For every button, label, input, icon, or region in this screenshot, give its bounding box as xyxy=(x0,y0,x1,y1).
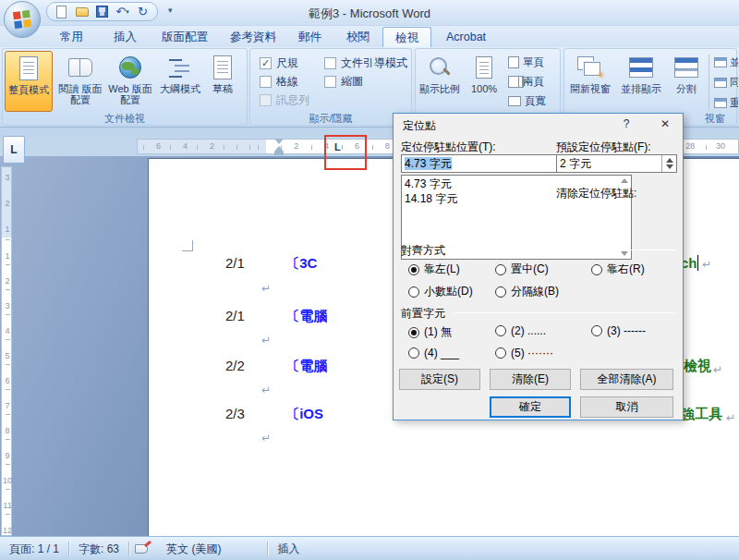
reset-window-position-label: 重設視窗位置 xyxy=(730,96,738,110)
cancel-button[interactable]: 取消 xyxy=(580,396,673,418)
split-button[interactable]: 分割 xyxy=(668,51,705,112)
document-line-2[interactable]: 2/1 〔電腦 xyxy=(225,308,327,325)
tab-review[interactable]: 校閱 xyxy=(334,27,382,47)
vertical-ruler-number: 10 xyxy=(2,476,13,485)
vertical-ruler[interactable]: 321 123456789101112 xyxy=(0,166,13,536)
vertical-ruler-tick xyxy=(6,264,10,265)
checkbox-gridlines[interactable]: 格線 xyxy=(260,74,298,90)
tab-mailings[interactable]: 郵件 xyxy=(286,27,333,47)
help-icon[interactable]: ? xyxy=(618,117,635,132)
vertical-ruler-tick xyxy=(6,339,10,340)
one-page-button[interactable]: 單頁 xyxy=(508,54,544,71)
document-line-4[interactable]: 2/3 〔iOS xyxy=(225,406,323,423)
checkbox-ruler[interactable]: ✓ 尺規 xyxy=(260,55,298,71)
radio-leader-dashes[interactable]: (3) ------ xyxy=(591,324,646,337)
default-tab-stops-spinner[interactable]: 2 字元 xyxy=(556,154,677,173)
checkbox-document-map-label: 文件引導模式 xyxy=(341,55,407,71)
spinner-buttons xyxy=(661,155,676,172)
document-line-3[interactable]: 2/2 〔電腦 xyxy=(225,358,327,375)
checkbox-thumbnails[interactable]: 縮圖 xyxy=(324,74,363,90)
left-indent-marker[interactable] xyxy=(274,152,284,155)
split-label: 分割 xyxy=(676,83,697,94)
page-indicator[interactable]: 頁面: 1 / 1 xyxy=(0,541,68,557)
reset-window-position-icon xyxy=(714,98,727,108)
radio-align-left[interactable]: 靠左(L) xyxy=(408,262,460,277)
dialog-title: 定位點 xyxy=(403,118,436,134)
draft-view-button[interactable]: 草稿 xyxy=(199,51,247,112)
radio-leader-none[interactable]: (1) 無 xyxy=(408,324,452,340)
web-layout-button[interactable]: Web 版面配置 xyxy=(106,51,154,112)
clear-button[interactable]: 清除(E) xyxy=(490,369,571,390)
radio-align-center[interactable]: 置中(C) xyxy=(495,262,549,277)
vertical-ruler-tick xyxy=(6,364,10,365)
ok-button[interactable]: 確定 xyxy=(490,396,571,418)
tab-acrobat[interactable]: Acrobat xyxy=(434,27,498,47)
arrange-all-button[interactable]: 並排顯示 xyxy=(616,51,666,112)
proofing-status-icon[interactable] xyxy=(135,542,151,555)
vertical-ruler-number: 4 xyxy=(2,326,13,335)
print-layout-button[interactable]: 整頁模式 xyxy=(5,51,53,112)
green-text-fragment: 檢視 xyxy=(684,358,711,375)
insert-mode-indicator[interactable]: 插入 xyxy=(268,541,309,557)
radio-align-decimal[interactable]: 小數點(D) xyxy=(408,284,473,299)
synchronous-scrolling-button[interactable]: 同步捲動 xyxy=(714,74,738,91)
scroll-down-icon[interactable] xyxy=(621,251,628,256)
office-button[interactable] xyxy=(4,1,41,38)
zoom-100-label: 100% xyxy=(471,83,497,94)
tab-home[interactable]: 常用 xyxy=(48,27,95,47)
language-indicator[interactable]: 英文 (美國) xyxy=(157,541,230,557)
spin-up-icon[interactable] xyxy=(666,158,673,163)
view-side-by-side-icon xyxy=(714,57,727,67)
tabs-dialog: 定位點 ? ✕ 定位停駐點位置(T): 預設定位停駐點(F): 4.73 字元 … xyxy=(393,113,684,420)
new-window-button[interactable]: ✳ 開新視窗 xyxy=(566,51,614,112)
group-label-document-views: 文件檢視 xyxy=(3,112,247,124)
dialog-title-bar[interactable]: 定位點 ? ✕ xyxy=(394,114,683,136)
ruler-tick xyxy=(197,145,198,150)
first-line-indent-marker[interactable] xyxy=(274,139,284,144)
radio-align-right[interactable]: 靠右(R) xyxy=(591,262,645,277)
radio-label: (4) ___ xyxy=(424,347,459,359)
zoom-button[interactable]: 顯示比例 xyxy=(418,51,462,112)
set-button[interactable]: 設定(S) xyxy=(399,369,480,390)
reset-window-position-button[interactable]: 重設視窗位置 xyxy=(714,94,738,111)
close-icon[interactable]: ✕ xyxy=(657,117,673,132)
checkbox-thumbnails-label: 縮圖 xyxy=(341,74,363,90)
zoom-100-button[interactable]: 100% xyxy=(464,51,504,112)
tab-view[interactable]: 檢視 xyxy=(382,27,431,47)
tab-selector-button[interactable]: L xyxy=(3,136,25,164)
checkbox-document-map[interactable]: 文件引導模式 xyxy=(324,55,407,71)
spin-down-icon[interactable] xyxy=(666,164,673,169)
document-line-1[interactable]: 2/1 〔3C xyxy=(225,255,317,273)
page-width-label: 頁寬 xyxy=(525,94,546,108)
tab-page-layout[interactable]: 版面配置 xyxy=(150,27,220,47)
outline-view-button[interactable]: 大綱模式 xyxy=(156,51,204,112)
status-separator xyxy=(128,542,129,556)
ruler-tick xyxy=(249,145,250,150)
checkbox-ruler-label: 尺規 xyxy=(276,55,298,71)
paragraph-mark: ↵ xyxy=(702,258,711,271)
view-side-by-side-button[interactable]: 並排檢視 xyxy=(714,54,738,70)
two-pages-button[interactable]: 兩頁 xyxy=(508,73,544,91)
scroll-up-icon[interactable] xyxy=(621,178,628,183)
vertical-ruler-tick xyxy=(6,239,10,240)
radio-leader-underline[interactable]: (4) ___ xyxy=(408,347,459,359)
line-text: 〔電腦 xyxy=(285,308,327,323)
radio-dot xyxy=(591,325,602,336)
page-width-button[interactable]: 頁寬 xyxy=(508,92,546,110)
radio-align-bar[interactable]: 分隔線(B) xyxy=(495,284,559,299)
outline-view-icon xyxy=(165,54,195,81)
paragraph-mark: ↵ xyxy=(713,363,722,376)
word-count[interactable]: 字數: 63 xyxy=(69,541,128,557)
full-screen-reading-button[interactable]: 閱讀 版面配置 xyxy=(56,51,104,112)
tab-references[interactable]: 參考資料 xyxy=(218,27,288,47)
radio-leader-dots[interactable]: (2) ...... xyxy=(495,324,546,337)
ruler-tick xyxy=(170,145,171,150)
radio-label: (1) 無 xyxy=(424,324,452,340)
radio-leader-middots[interactable]: (5) ······· xyxy=(495,347,553,359)
line-date: 2/1 xyxy=(225,308,245,323)
title-bar: ↶▾ ↻ ▾ 範例3 - Microsoft Word xyxy=(0,0,739,26)
ruler-tick xyxy=(706,145,707,150)
clear-all-button[interactable]: 全部清除(A) xyxy=(580,369,673,390)
two-pages-label: 兩頁 xyxy=(523,75,544,89)
tab-insert[interactable]: 插入 xyxy=(102,27,149,47)
